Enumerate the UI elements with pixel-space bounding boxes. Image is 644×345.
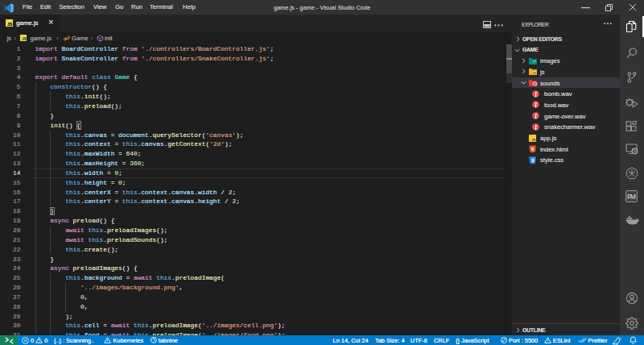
svg-text:JS: JS [7,22,13,27]
svg-text:JS: JS [22,37,27,41]
svg-text:JS: JS [532,72,536,75]
svg-text:FM: FM [627,193,636,201]
svg-text:5: 5 [531,147,534,152]
svg-text:JS: JS [531,138,535,142]
svg-text:3: 3 [531,158,534,163]
